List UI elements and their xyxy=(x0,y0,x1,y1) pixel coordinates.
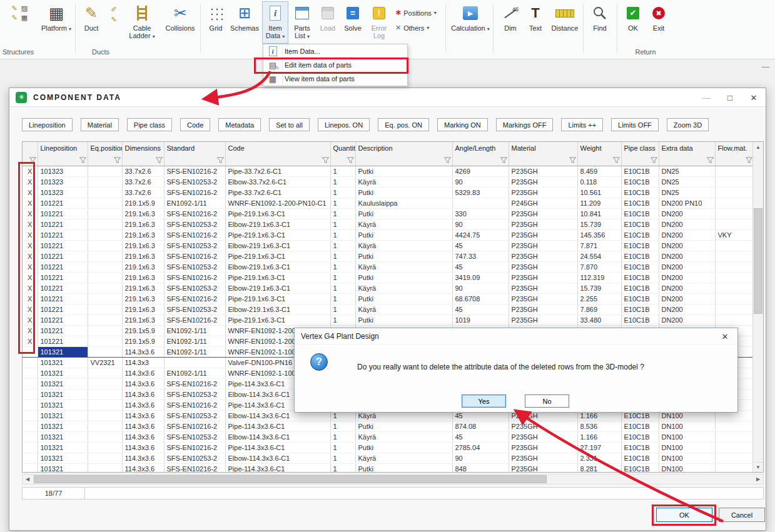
table-cell[interactable]: 45 xyxy=(452,431,509,442)
table-cell[interactable]: X xyxy=(23,272,38,283)
table-cell[interactable] xyxy=(715,293,754,304)
table-cell[interactable]: P235GH xyxy=(509,208,577,219)
table-cell[interactable]: X xyxy=(23,208,38,219)
table-cell[interactable]: 112.319 xyxy=(577,272,621,283)
table-cell[interactable]: P235GH xyxy=(509,453,577,463)
table-cell[interactable]: SFS-EN10253-2 xyxy=(164,389,225,399)
table-cell[interactable]: 90 xyxy=(452,453,509,463)
table-cell[interactable]: DN200 xyxy=(659,219,715,229)
table-cell[interactable]: 1 xyxy=(330,261,355,272)
table-cell[interactable]: SFS-EN10216-2 xyxy=(164,378,225,389)
table-cell[interactable]: X xyxy=(23,261,38,272)
table-cell[interactable]: 45 xyxy=(452,304,509,314)
table-cell[interactable]: 15.739 xyxy=(577,219,621,229)
table-cell[interactable]: P235GH xyxy=(509,166,577,176)
table-cell[interactable]: P235GH xyxy=(509,176,577,187)
table-cell[interactable] xyxy=(23,378,38,389)
table-cell[interactable] xyxy=(88,176,122,187)
table-cell[interactable]: DN100 xyxy=(659,463,715,473)
table-cell[interactable]: P245GH xyxy=(509,198,577,208)
table-row[interactable]: X101221219.1x6.3SFS-EN10216-2Pipe-219.1x… xyxy=(23,272,754,283)
table-cell[interactable]: Käyrä xyxy=(355,240,452,251)
table-cell[interactable]: 1 xyxy=(330,431,355,442)
table-cell[interactable]: Elbow-219.1x6.3-C1 xyxy=(225,261,330,272)
column-header[interactable]: Flow.mat. xyxy=(715,142,754,154)
horizontal-scroll-thumb[interactable] xyxy=(34,475,547,483)
table-row[interactable]: X101221219.1x6.3SFS-EN10253-2Elbow-219.1… xyxy=(23,261,754,272)
filter-icon[interactable] xyxy=(707,156,714,163)
table-cell[interactable]: Elbow-114.3x3.6-C1 xyxy=(225,453,330,463)
table-cell[interactable]: 1 xyxy=(330,463,355,473)
column-header[interactable]: Extra data xyxy=(659,142,715,154)
table-cell[interactable]: E10C1B xyxy=(621,198,659,208)
ribbon-button-error-log[interactable]: ! Error Log xyxy=(365,2,393,44)
table-cell[interactable] xyxy=(23,389,38,399)
table-row[interactable]: 101321114.3x3.6SFS-EN10253-2Elbow-114.3x… xyxy=(23,453,754,463)
table-cell[interactable]: P235GH xyxy=(509,431,577,442)
table-cell[interactable]: E10C1B xyxy=(621,208,659,219)
table-cell[interactable]: 848 xyxy=(452,463,509,473)
table-cell[interactable]: Elbow-219.1x6.3-C1 xyxy=(225,304,330,314)
table-cell[interactable] xyxy=(715,176,754,187)
table-cell[interactable]: 27.197 xyxy=(577,442,621,453)
table-cell[interactable]: DN200 PN10 xyxy=(659,198,715,208)
table-cell[interactable]: E10C1B xyxy=(621,240,659,251)
table-cell[interactable] xyxy=(88,389,122,399)
table-cell[interactable] xyxy=(715,261,754,272)
horizontal-scrollbar[interactable]: ◀ ▶ xyxy=(22,474,764,484)
table-cell[interactable]: 1 xyxy=(330,240,355,251)
table-cell[interactable]: E10C1B xyxy=(621,442,659,453)
table-cell[interactable] xyxy=(88,431,122,442)
table-cell[interactable]: 114.3x3.6 xyxy=(122,442,164,453)
filter-icon[interactable] xyxy=(746,156,752,163)
table-cell[interactable]: DN100 xyxy=(659,453,715,463)
toolbar-button-material[interactable]: Material xyxy=(81,118,119,131)
minimize-icon[interactable]: — xyxy=(694,88,718,107)
table-cell[interactable]: 219.1x5.9 xyxy=(122,325,164,336)
table-cell[interactable]: P235GH xyxy=(509,251,577,261)
table-cell[interactable] xyxy=(88,453,122,463)
column-header[interactable]: Angle/Length xyxy=(452,142,509,154)
table-cell[interactable]: Putki xyxy=(355,314,452,325)
toolbar-button-metadata[interactable]: Metadata xyxy=(218,118,261,131)
table-cell[interactable]: Elbow-114.3x3.6-C1 xyxy=(225,431,330,442)
table-cell[interactable]: Käyrä xyxy=(355,219,452,229)
table-cell[interactable] xyxy=(23,442,38,453)
table-cell[interactable]: SFS-EN10253-2 xyxy=(164,261,225,272)
ribbon-button-positions[interactable]: ✱ Positions ▾ xyxy=(395,9,437,17)
table-cell[interactable]: 101321 xyxy=(38,431,88,442)
table-row[interactable]: X101221219.1x6.3SFS-EN10216-2Pipe-219.1x… xyxy=(23,229,754,240)
no-button[interactable]: No xyxy=(525,394,569,408)
table-cell[interactable]: 7.870 xyxy=(577,261,621,272)
table-cell[interactable]: SFS-EN10216-2 xyxy=(164,314,225,325)
filter-icon[interactable] xyxy=(322,156,329,163)
table-cell[interactable]: 114.3x3.6 xyxy=(122,368,164,378)
table-cell[interactable]: 101221 xyxy=(38,198,88,208)
table-cell[interactable] xyxy=(452,198,509,208)
table-cell[interactable]: 219.1x6.3 xyxy=(122,251,164,261)
table-cell[interactable]: 219.1x6.3 xyxy=(122,304,164,314)
table-cell[interactable]: 1 xyxy=(330,453,355,463)
table-cell[interactable]: 101321 xyxy=(38,463,88,473)
table-cell[interactable]: X xyxy=(23,176,38,187)
table-cell[interactable]: 114.3x3.6 xyxy=(122,453,164,463)
table-cell[interactable]: E10C1B xyxy=(621,251,659,261)
column-filter[interactable] xyxy=(577,154,621,166)
table-cell[interactable]: Käyrä xyxy=(355,261,452,272)
table-cell[interactable]: Käyrä xyxy=(355,431,452,442)
ribbon-button-others[interactable]: ✕ Others ▾ xyxy=(395,24,429,32)
table-cell[interactable]: Pipe-219.1x6.3-C1 xyxy=(225,251,330,261)
table-cell[interactable]: 101221 xyxy=(38,325,88,336)
table-cell[interactable]: 1 xyxy=(330,187,355,198)
table-cell[interactable]: 101323 xyxy=(38,166,88,176)
column-filter[interactable] xyxy=(38,154,88,166)
table-cell[interactable]: SFS-EN10216-2 xyxy=(164,229,225,240)
column-filter[interactable] xyxy=(122,154,164,166)
table-cell[interactable]: 101221 xyxy=(38,314,88,325)
table-cell[interactable] xyxy=(164,357,225,368)
column-filter[interactable] xyxy=(164,154,225,166)
table-cell[interactable] xyxy=(88,463,122,473)
table-cell[interactable]: SFS-EN10253-2 xyxy=(164,431,225,442)
ribbon-button-grid[interactable]: Grid xyxy=(204,2,228,44)
table-cell[interactable] xyxy=(715,283,754,293)
